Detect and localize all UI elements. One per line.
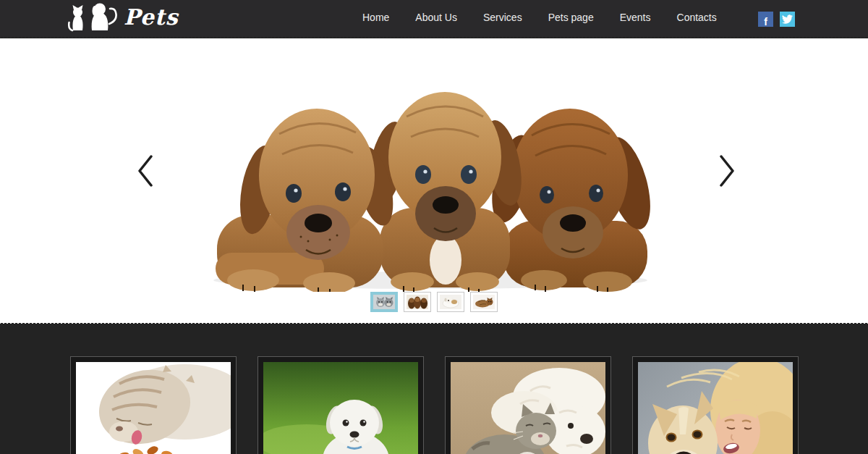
facebook-letter: f [764,17,767,27]
site-header: Pets Home About Us Services Pets page Ev… [0,0,868,35]
main-navigation: Home About Us Services Pets page Events … [362,0,717,35]
brown-puppies-thumb-image [407,295,428,309]
white-dog-hugging-kitten-image [451,362,605,454]
chevron-right-icon[interactable] [714,152,740,190]
nav-item-contacts[interactable]: Contacts [677,12,717,23]
nav-item-pets-page[interactable]: Pets page [548,12,594,23]
card-woman-hugging-dog[interactable] [632,356,799,454]
three-puppies-illustration [174,41,687,292]
facebook-icon[interactable]: f [758,12,773,27]
thumbnail-white-dog-and-cat[interactable] [437,292,464,312]
card-white-puppy-on-grass[interactable] [258,356,424,454]
nav-item-home[interactable]: Home [362,12,389,23]
slide-three-brown-puppies [174,41,687,292]
nav-item-about-us[interactable]: About Us [415,12,457,23]
brand-name: Pets [124,4,179,33]
nav-item-events[interactable]: Events [620,12,651,23]
brand-logo[interactable]: Pets [67,2,179,34]
white-puppy-on-grass-image [263,362,418,454]
brown-cat-thumb-image [473,295,495,309]
card-cat-eating-food[interactable] [70,356,237,454]
thumbnail-brown-puppies[interactable] [404,292,431,312]
gallery-section [70,356,799,454]
card-white-dog-hugging-kitten[interactable] [445,356,611,454]
cat-and-dog-icon [67,2,121,34]
slider-thumbnails [370,292,498,312]
hero-slider [0,38,868,321]
pets-website-page: { "brand": { "name": "Pets", "logo_icon"… [0,0,868,454]
twitter-bird-icon[interactable] [780,12,795,27]
woman-hugging-dog-image [638,362,793,454]
chevron-left-icon[interactable] [132,152,158,190]
thumbnail-brown-cat[interactable] [470,292,498,312]
twitter-bird-glyph [782,14,793,25]
two-kittens-thumb-image [373,295,395,309]
cat-eating-food-image [76,362,231,454]
hero-zigzag-edge [0,321,868,324]
white-dog-thumb-image [440,295,461,309]
nav-item-services[interactable]: Services [483,12,522,23]
social-links: f [758,12,795,27]
thumbnail-two-kittens[interactable] [370,292,398,312]
